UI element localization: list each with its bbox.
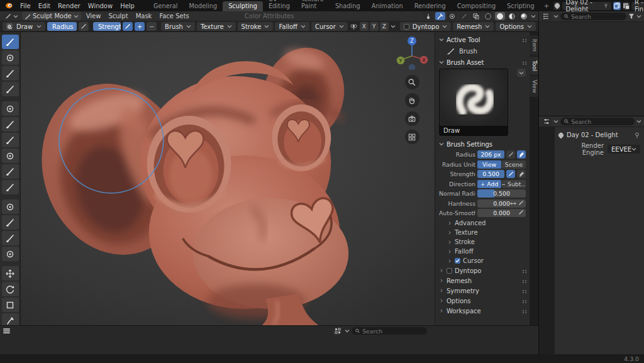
tool-rotate[interactable] xyxy=(2,282,19,296)
nav-ortho-icon[interactable] xyxy=(405,130,419,144)
subpanel-falloff[interactable]: Falloff xyxy=(439,247,526,256)
tool-clay-strips[interactable] xyxy=(2,82,19,96)
chevron-right-icon[interactable] xyxy=(447,240,452,244)
pen-icon[interactable] xyxy=(506,150,515,159)
arrows-icon[interactable] xyxy=(510,200,516,207)
active-tool-panel-header[interactable]: Active Tool xyxy=(439,35,526,45)
brush-asset-panel-header[interactable]: Brush Asset xyxy=(439,57,526,67)
direction-subtract-icon[interactable]: − xyxy=(147,22,157,31)
tool-draw[interactable] xyxy=(2,35,19,49)
tool-inflate[interactable] xyxy=(2,101,19,116)
brush-settings-panel-header[interactable]: Brush Settings xyxy=(439,139,526,149)
render-engine-select[interactable]: EEVEE xyxy=(608,145,640,154)
active-tool-brush[interactable]: Brush xyxy=(439,45,526,57)
nav-pan-icon[interactable] xyxy=(405,93,419,108)
panel-dyntopo[interactable]: Dyntopo xyxy=(439,265,526,276)
mirror-axis-x[interactable]: X xyxy=(360,22,369,31)
pen-icon[interactable] xyxy=(518,200,524,207)
asset-search-input[interactable] xyxy=(362,328,423,335)
properties-search[interactable] xyxy=(560,118,635,125)
workspace-tab-animation[interactable]: Animation xyxy=(366,1,409,11)
panel-options-icon[interactable] xyxy=(523,290,524,291)
tool-smooth[interactable] xyxy=(2,148,19,163)
toggle-menu-options[interactable]: Options xyxy=(496,22,536,31)
shading-solid-icon[interactable] xyxy=(495,12,505,20)
properties-search-input[interactable] xyxy=(571,118,631,125)
tool-draw-sharp[interactable] xyxy=(2,50,19,65)
chevron-right-icon[interactable] xyxy=(447,250,452,254)
option-subt[interactable]: − Subt… xyxy=(502,180,526,188)
proportional-edit-icon[interactable] xyxy=(447,12,457,20)
chevron-right-icon[interactable] xyxy=(439,289,444,293)
stylus-icon[interactable] xyxy=(517,150,526,159)
option-scene[interactable]: Scene xyxy=(502,160,526,169)
menu-edit[interactable]: Edit xyxy=(35,2,54,10)
shading-rendered-icon[interactable] xyxy=(519,12,529,20)
chevron-down-icon[interactable] xyxy=(264,25,269,28)
chevron-down-icon[interactable] xyxy=(527,25,532,28)
panel-workspace[interactable]: Workspace xyxy=(439,306,526,316)
tool-menu-stroke[interactable]: Stroke xyxy=(238,22,274,31)
dyntopo-checkbox[interactable] xyxy=(404,24,409,30)
viewport-menu-mask[interactable]: Mask xyxy=(132,12,156,20)
strength-slider[interactable]: Strength 0.500 xyxy=(93,22,121,31)
view-layer-selector[interactable]: R - Final xyxy=(631,2,644,10)
panel-options-icon[interactable] xyxy=(523,300,524,301)
workspace-tab-sculpting[interactable]: Sculpting xyxy=(223,1,263,11)
mirror-axis-z[interactable]: Z xyxy=(380,22,389,31)
editor-type-button[interactable] xyxy=(3,12,21,20)
brush-dropdown[interactable]: Draw xyxy=(3,22,45,31)
outliner-mode-dropdown-icon[interactable] xyxy=(553,14,558,18)
tool-pose[interactable] xyxy=(2,247,19,261)
tool-crease[interactable] xyxy=(2,133,19,147)
tweak-falloff-icon[interactable] xyxy=(423,12,433,20)
nav-camera-icon[interactable] xyxy=(405,111,419,126)
shading-material-icon[interactable] xyxy=(507,12,517,20)
subpanel-stroke[interactable]: Stroke xyxy=(439,237,526,247)
tool-transform[interactable] xyxy=(2,298,19,312)
outliner-display-mode-icon[interactable] xyxy=(541,13,552,21)
panel-options-icon[interactable] xyxy=(523,62,524,63)
tool-menu-texture[interactable]: Texture xyxy=(197,22,236,31)
chevron-right-icon[interactable] xyxy=(439,309,444,313)
chevron-down-icon[interactable] xyxy=(339,25,344,28)
add-workspace-button[interactable]: + xyxy=(540,1,553,11)
tool-blob[interactable] xyxy=(2,117,19,131)
setting-field[interactable]: 0.000 xyxy=(477,199,526,208)
properties-editor-icon[interactable] xyxy=(541,118,552,126)
chevron-down-icon[interactable] xyxy=(485,25,490,28)
mirror-dropdown-icon[interactable] xyxy=(391,25,396,28)
pin-icon[interactable] xyxy=(604,3,608,9)
tool-flatten[interactable] xyxy=(2,164,19,179)
shading-dropdown-icon[interactable] xyxy=(531,14,536,18)
pin-icon[interactable] xyxy=(634,132,640,138)
display-dropdown-icon[interactable] xyxy=(345,329,350,333)
mode-dropdown[interactable]: Sculpt Mode xyxy=(22,12,81,20)
toggle-menu-dyntopo[interactable]: Dyntopo xyxy=(400,22,451,31)
viewport-menu-sculpt[interactable]: Sculpt xyxy=(104,12,131,20)
direction-add-icon[interactable]: + xyxy=(135,22,145,31)
menu-help[interactable]: Help xyxy=(116,2,138,10)
pen-icon[interactable] xyxy=(518,209,524,216)
setting-slider[interactable]: 0.500 xyxy=(477,170,504,178)
chevron-down-icon[interactable] xyxy=(227,25,232,28)
chevron-right-icon[interactable] xyxy=(447,221,452,225)
radius-pen-icon[interactable] xyxy=(79,22,89,31)
chevron-right-icon[interactable] xyxy=(439,299,444,303)
tool-thumb[interactable] xyxy=(2,231,19,245)
viewport-menu-view[interactable]: View xyxy=(82,12,105,20)
mirror-axis-y[interactable]: Y xyxy=(370,22,379,31)
properties-options-icon[interactable] xyxy=(636,120,641,123)
tool-elastic-deform[interactable] xyxy=(2,199,19,214)
menu-window[interactable]: Window xyxy=(84,2,116,10)
chevron-down-icon[interactable] xyxy=(186,25,191,28)
setting-field[interactable]: 0.000 xyxy=(477,209,526,217)
outliner-search[interactable] xyxy=(560,13,626,20)
workspace-tab-texture-paint[interactable]: Texture Paint xyxy=(296,0,330,11)
tool-snake-hook[interactable] xyxy=(2,215,19,230)
panel-remesh[interactable]: Remesh xyxy=(439,276,526,286)
brush-asset-dropdown-icon[interactable] xyxy=(517,69,526,77)
display-mode-icon[interactable] xyxy=(333,327,343,335)
blender-logo-icon[interactable] xyxy=(4,2,13,9)
workspace-tab-uv-editing[interactable]: UV Editing xyxy=(263,0,296,11)
